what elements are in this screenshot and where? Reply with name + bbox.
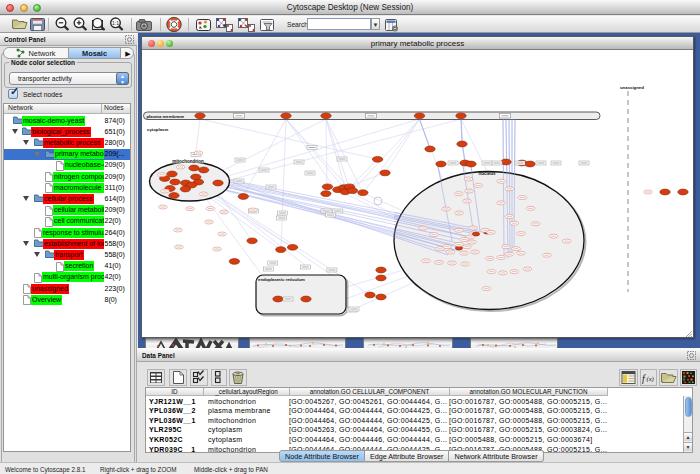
svg-text:(x): (x) bbox=[647, 375, 654, 383]
svg-text:plasma membrane: plasma membrane bbox=[147, 114, 185, 119]
svg-text:cytoplasm: cytoplasm bbox=[147, 127, 168, 132]
svg-text:f: f bbox=[642, 373, 646, 384]
svg-text:1:1: 1:1 bbox=[112, 20, 119, 26]
svg-text:endoplasmic reticulum: endoplasmic reticulum bbox=[258, 277, 305, 282]
svg-text:nucleus: nucleus bbox=[478, 171, 496, 176]
svg-text:unassigned: unassigned bbox=[620, 85, 644, 90]
svg-text:mitochondrion: mitochondrion bbox=[172, 159, 204, 164]
